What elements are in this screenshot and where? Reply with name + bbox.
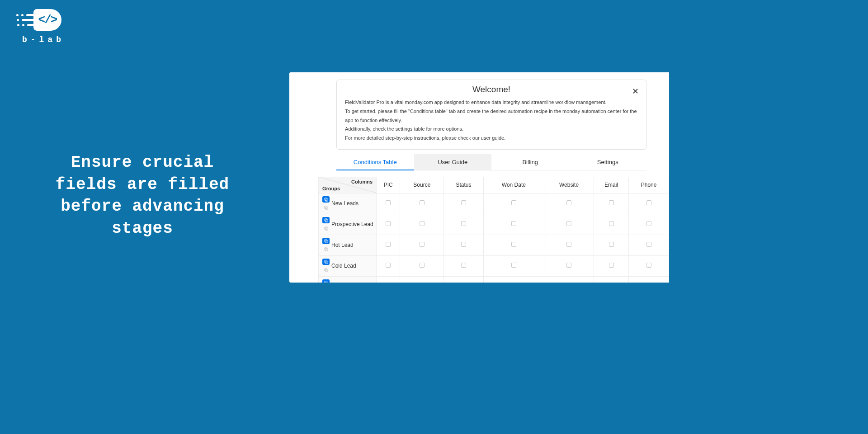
condition-checkbox[interactable] (386, 263, 391, 268)
table-corner: Columns Groups (319, 177, 377, 193)
logo-capsule: </> (33, 9, 61, 31)
copy-row-icon-alt[interactable] (322, 267, 330, 273)
condition-cell (483, 276, 544, 283)
svg-rect-1 (324, 198, 327, 201)
logo-trail (16, 14, 35, 26)
row-label: Cold Lead (331, 263, 356, 269)
svg-rect-4 (325, 220, 328, 222)
svg-rect-9 (324, 240, 327, 242)
condition-cell (544, 276, 594, 283)
svg-rect-11 (324, 248, 327, 250)
welcome-line: For more detailed step-by-step instructi… (345, 134, 638, 143)
table-row: Cold Lead (319, 255, 669, 276)
condition-checkbox[interactable] (461, 221, 466, 226)
condition-checkbox[interactable] (609, 242, 614, 247)
condition-checkbox[interactable] (461, 242, 466, 247)
condition-cell (594, 255, 628, 276)
table-row: New Leads (319, 193, 669, 214)
condition-checkbox[interactable] (386, 242, 391, 247)
svg-rect-7 (324, 227, 327, 230)
column-header: Email (594, 177, 628, 193)
close-icon[interactable]: ✕ (632, 86, 639, 96)
tab-settings[interactable]: Settings (569, 154, 647, 170)
tab-billing[interactable]: Billing (491, 154, 569, 170)
condition-cell (377, 193, 400, 214)
condition-checkbox[interactable] (386, 200, 391, 205)
tab-label: Billing (522, 159, 538, 165)
condition-checkbox[interactable] (511, 200, 516, 205)
condition-checkbox[interactable] (420, 242, 425, 247)
tab-label: Conditions Table (354, 159, 397, 165)
svg-rect-15 (324, 269, 327, 271)
condition-checkbox[interactable] (646, 242, 651, 247)
condition-cell (544, 214, 594, 235)
svg-rect-0 (325, 199, 328, 202)
condition-cell (629, 255, 669, 276)
copy-row-icon[interactable] (322, 259, 330, 265)
headline: Ensure crucial fields are filled before … (45, 152, 240, 240)
svg-rect-6 (325, 228, 328, 231)
condition-checkbox[interactable] (420, 221, 425, 226)
tab-user-guide[interactable]: User Guide (414, 154, 492, 170)
condition-checkbox[interactable] (461, 263, 466, 268)
condition-checkbox[interactable] (609, 221, 614, 226)
row-label: Hot Lead (331, 242, 354, 248)
column-header: Website (544, 177, 594, 193)
copy-row-icon[interactable] (322, 217, 330, 223)
condition-cell (444, 214, 483, 235)
condition-checkbox[interactable] (386, 221, 391, 226)
copy-row-icon-alt[interactable] (322, 246, 330, 252)
copy-row-icon[interactable] (322, 238, 330, 244)
condition-checkbox[interactable] (511, 263, 516, 268)
copy-row-icon-alt[interactable] (322, 204, 330, 211)
condition-checkbox[interactable] (646, 200, 651, 205)
svg-rect-13 (324, 260, 327, 263)
row-header: Hot Lead (319, 235, 377, 255)
condition-cell (629, 235, 669, 255)
row-header: Won (319, 276, 377, 283)
column-header: Source (400, 177, 444, 193)
welcome-line: Additionally, check the settings table f… (345, 125, 638, 134)
condition-checkbox[interactable] (646, 221, 651, 226)
condition-checkbox[interactable] (511, 242, 516, 247)
table-row: Prospective Lead (319, 214, 669, 235)
condition-cell (444, 255, 483, 276)
condition-cell (377, 255, 400, 276)
condition-cell (544, 235, 594, 255)
condition-checkbox[interactable] (609, 200, 614, 205)
condition-checkbox[interactable] (609, 263, 614, 268)
condition-cell (594, 276, 628, 283)
condition-cell (629, 276, 669, 283)
column-header: Phone (629, 177, 669, 193)
condition-cell (377, 276, 400, 283)
svg-rect-5 (324, 219, 327, 222)
condition-cell (400, 255, 444, 276)
condition-checkbox[interactable] (566, 221, 571, 226)
copy-row-icon[interactable] (322, 279, 330, 283)
tab-label: User Guide (438, 159, 467, 165)
condition-checkbox[interactable] (420, 263, 425, 268)
svg-rect-8 (325, 241, 328, 243)
table-row: Hot Lead (319, 235, 669, 255)
condition-checkbox[interactable] (566, 200, 571, 205)
condition-cell (483, 235, 544, 255)
copy-row-icon-alt[interactable] (322, 225, 330, 231)
condition-checkbox[interactable] (566, 263, 571, 268)
column-header: PIC (377, 177, 400, 193)
condition-cell (483, 255, 544, 276)
condition-checkbox[interactable] (461, 200, 466, 205)
tab-conditions-table[interactable]: Conditions Table (336, 154, 414, 170)
condition-cell (629, 193, 669, 214)
condition-cell (483, 193, 544, 214)
svg-rect-2 (325, 207, 328, 210)
condition-checkbox[interactable] (646, 263, 651, 268)
column-header: Status (444, 177, 483, 193)
condition-cell (629, 214, 669, 235)
condition-cell (444, 193, 483, 214)
copy-row-icon[interactable] (322, 196, 330, 203)
column-header: Won Date (483, 177, 544, 193)
condition-checkbox[interactable] (566, 242, 571, 247)
condition-cell (377, 235, 400, 255)
condition-checkbox[interactable] (511, 221, 516, 226)
condition-checkbox[interactable] (420, 200, 425, 205)
